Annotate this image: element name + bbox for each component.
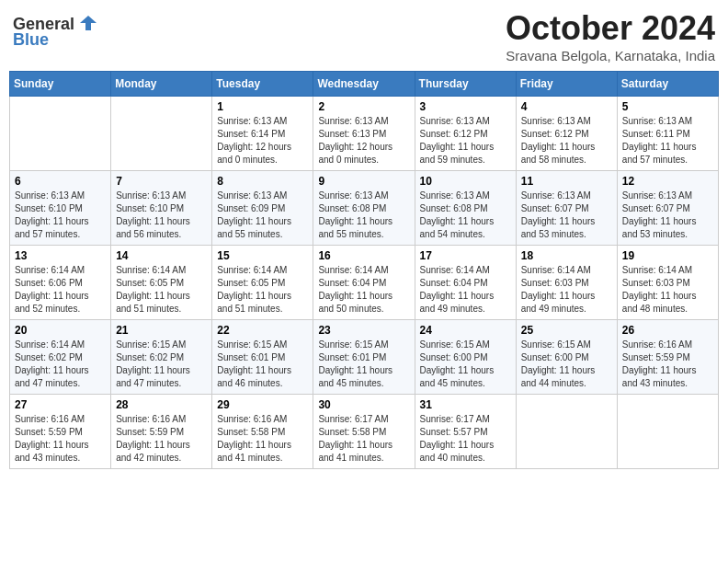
day-info: Sunrise: 6:14 AM Sunset: 6:02 PM Dayligh… xyxy=(15,339,106,390)
calendar-cell: 29Sunrise: 6:16 AM Sunset: 5:58 PM Dayli… xyxy=(212,395,313,469)
calendar-cell: 19Sunrise: 6:14 AM Sunset: 6:03 PM Dayli… xyxy=(617,246,718,320)
day-info: Sunrise: 6:15 AM Sunset: 6:01 PM Dayligh… xyxy=(217,339,308,390)
calendar-week-row: 27Sunrise: 6:16 AM Sunset: 5:59 PM Dayli… xyxy=(10,395,719,469)
calendar-cell: 17Sunrise: 6:14 AM Sunset: 6:04 PM Dayli… xyxy=(415,246,516,320)
calendar-cell: 25Sunrise: 6:15 AM Sunset: 6:00 PM Dayli… xyxy=(516,320,617,395)
calendar-cell: 4Sunrise: 6:13 AM Sunset: 6:12 PM Daylig… xyxy=(516,97,617,171)
day-header: Wednesday xyxy=(313,72,415,97)
day-number: 21 xyxy=(116,324,207,337)
day-info: Sunrise: 6:14 AM Sunset: 6:03 PM Dayligh… xyxy=(521,264,612,316)
calendar-cell xyxy=(516,395,617,469)
calendar-cell: 28Sunrise: 6:16 AM Sunset: 5:59 PM Dayli… xyxy=(111,395,212,469)
calendar-cell xyxy=(617,395,718,469)
calendar-week-row: 6Sunrise: 6:13 AM Sunset: 6:10 PM Daylig… xyxy=(10,171,719,246)
day-header: Tuesday xyxy=(212,72,313,97)
day-info: Sunrise: 6:15 AM Sunset: 6:00 PM Dayligh… xyxy=(420,339,511,390)
calendar-cell xyxy=(10,97,111,171)
calendar-cell: 24Sunrise: 6:15 AM Sunset: 6:00 PM Dayli… xyxy=(415,320,516,395)
calendar-cell: 18Sunrise: 6:14 AM Sunset: 6:03 PM Dayli… xyxy=(516,246,617,320)
calendar-cell: 21Sunrise: 6:15 AM Sunset: 6:02 PM Dayli… xyxy=(111,320,212,395)
day-number: 20 xyxy=(15,324,106,337)
day-number: 30 xyxy=(318,398,409,411)
day-info: Sunrise: 6:14 AM Sunset: 6:03 PM Dayligh… xyxy=(622,264,713,316)
day-number: 17 xyxy=(420,249,511,262)
day-number: 22 xyxy=(217,324,308,337)
day-info: Sunrise: 6:13 AM Sunset: 6:07 PM Dayligh… xyxy=(622,190,713,241)
day-number: 26 xyxy=(622,324,713,337)
day-number: 11 xyxy=(521,175,612,188)
calendar-cell: 7Sunrise: 6:13 AM Sunset: 6:10 PM Daylig… xyxy=(111,171,212,246)
day-header: Sunday xyxy=(10,72,111,97)
day-info: Sunrise: 6:17 AM Sunset: 5:57 PM Dayligh… xyxy=(420,413,511,465)
day-number: 25 xyxy=(521,324,612,337)
day-info: Sunrise: 6:15 AM Sunset: 6:01 PM Dayligh… xyxy=(318,339,409,390)
day-info: Sunrise: 6:15 AM Sunset: 6:00 PM Dayligh… xyxy=(521,339,612,390)
day-number: 14 xyxy=(116,249,207,262)
day-number: 1 xyxy=(217,100,308,113)
day-header: Thursday xyxy=(415,72,516,97)
calendar-header-row: SundayMondayTuesdayWednesdayThursdayFrid… xyxy=(10,72,719,97)
calendar-cell: 2Sunrise: 6:13 AM Sunset: 6:13 PM Daylig… xyxy=(313,97,415,171)
day-info: Sunrise: 6:13 AM Sunset: 6:12 PM Dayligh… xyxy=(420,115,511,167)
day-number: 27 xyxy=(15,398,106,411)
day-number: 29 xyxy=(217,398,308,411)
title-block: October 2024 Sravana Belgola, Karnataka,… xyxy=(506,9,715,63)
calendar-cell: 27Sunrise: 6:16 AM Sunset: 5:59 PM Dayli… xyxy=(10,395,111,469)
calendar-cell: 30Sunrise: 6:17 AM Sunset: 5:58 PM Dayli… xyxy=(313,395,415,469)
day-info: Sunrise: 6:14 AM Sunset: 6:04 PM Dayligh… xyxy=(318,264,409,316)
day-number: 2 xyxy=(318,100,409,113)
day-number: 8 xyxy=(217,175,308,188)
day-number: 7 xyxy=(116,175,207,188)
day-info: Sunrise: 6:13 AM Sunset: 6:07 PM Dayligh… xyxy=(521,190,612,241)
calendar-cell: 26Sunrise: 6:16 AM Sunset: 5:59 PM Dayli… xyxy=(617,320,718,395)
day-info: Sunrise: 6:14 AM Sunset: 6:06 PM Dayligh… xyxy=(15,264,106,316)
day-info: Sunrise: 6:13 AM Sunset: 6:14 PM Dayligh… xyxy=(217,115,308,167)
day-number: 24 xyxy=(420,324,511,337)
day-header: Saturday xyxy=(617,72,718,97)
day-info: Sunrise: 6:14 AM Sunset: 6:04 PM Dayligh… xyxy=(420,264,511,316)
day-number: 3 xyxy=(420,100,511,113)
day-number: 15 xyxy=(217,249,308,262)
day-number: 6 xyxy=(15,175,106,188)
calendar-cell: 3Sunrise: 6:13 AM Sunset: 6:12 PM Daylig… xyxy=(415,97,516,171)
calendar-cell: 10Sunrise: 6:13 AM Sunset: 6:08 PM Dayli… xyxy=(415,171,516,246)
calendar-cell: 31Sunrise: 6:17 AM Sunset: 5:57 PM Dayli… xyxy=(415,395,516,469)
calendar-cell: 1Sunrise: 6:13 AM Sunset: 6:14 PM Daylig… xyxy=(212,97,313,171)
calendar-cell: 5Sunrise: 6:13 AM Sunset: 6:11 PM Daylig… xyxy=(617,97,718,171)
logo-bird-icon xyxy=(78,14,98,34)
calendar-cell: 6Sunrise: 6:13 AM Sunset: 6:10 PM Daylig… xyxy=(10,171,111,246)
day-info: Sunrise: 6:14 AM Sunset: 6:05 PM Dayligh… xyxy=(116,264,207,316)
day-info: Sunrise: 6:15 AM Sunset: 6:02 PM Dayligh… xyxy=(116,339,207,390)
day-number: 16 xyxy=(318,249,409,262)
calendar-cell: 14Sunrise: 6:14 AM Sunset: 6:05 PM Dayli… xyxy=(111,246,212,320)
day-number: 4 xyxy=(521,100,612,113)
day-number: 13 xyxy=(15,249,106,262)
logo-blue: Blue xyxy=(13,30,49,50)
day-header: Monday xyxy=(111,72,212,97)
calendar-cell: 20Sunrise: 6:14 AM Sunset: 6:02 PM Dayli… xyxy=(10,320,111,395)
day-number: 28 xyxy=(116,398,207,411)
day-info: Sunrise: 6:16 AM Sunset: 5:59 PM Dayligh… xyxy=(116,413,207,465)
day-number: 23 xyxy=(318,324,409,337)
day-number: 31 xyxy=(420,398,511,411)
calendar-cell: 16Sunrise: 6:14 AM Sunset: 6:04 PM Dayli… xyxy=(313,246,415,320)
day-number: 19 xyxy=(622,249,713,262)
day-info: Sunrise: 6:13 AM Sunset: 6:12 PM Dayligh… xyxy=(521,115,612,167)
day-info: Sunrise: 6:14 AM Sunset: 6:05 PM Dayligh… xyxy=(217,264,308,316)
calendar-week-row: 1Sunrise: 6:13 AM Sunset: 6:14 PM Daylig… xyxy=(10,97,719,171)
day-number: 12 xyxy=(622,175,713,188)
calendar-cell: 8Sunrise: 6:13 AM Sunset: 6:09 PM Daylig… xyxy=(212,171,313,246)
location-title: Sravana Belgola, Karnataka, India xyxy=(506,48,715,63)
svg-marker-0 xyxy=(80,16,97,30)
page-header: General Blue October 2024 Sravana Belgol… xyxy=(9,9,719,63)
calendar-cell xyxy=(111,97,212,171)
day-info: Sunrise: 6:16 AM Sunset: 5:58 PM Dayligh… xyxy=(217,413,308,465)
calendar-cell: 13Sunrise: 6:14 AM Sunset: 6:06 PM Dayli… xyxy=(10,246,111,320)
calendar-cell: 12Sunrise: 6:13 AM Sunset: 6:07 PM Dayli… xyxy=(617,171,718,246)
calendar-cell: 11Sunrise: 6:13 AM Sunset: 6:07 PM Dayli… xyxy=(516,171,617,246)
calendar-cell: 15Sunrise: 6:14 AM Sunset: 6:05 PM Dayli… xyxy=(212,246,313,320)
day-info: Sunrise: 6:16 AM Sunset: 5:59 PM Dayligh… xyxy=(15,413,106,465)
calendar-week-row: 20Sunrise: 6:14 AM Sunset: 6:02 PM Dayli… xyxy=(10,320,719,395)
day-header: Friday xyxy=(516,72,617,97)
day-number: 10 xyxy=(420,175,511,188)
